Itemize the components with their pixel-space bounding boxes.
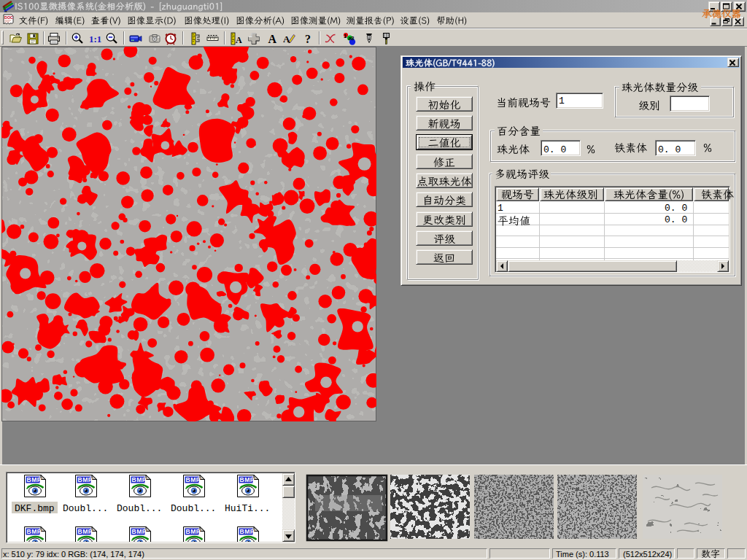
svg-text:1:1: 1:1 xyxy=(89,34,101,44)
svg-text:1: 1 xyxy=(344,33,347,39)
svg-text:BMP: BMP xyxy=(240,476,255,483)
svg-text:BMP: BMP xyxy=(78,528,93,535)
svg-text:A: A xyxy=(236,35,242,45)
svg-text:DOC: DOC xyxy=(4,15,13,20)
svg-text:A: A xyxy=(268,33,277,45)
svg-text:BMP: BMP xyxy=(78,476,93,483)
svg-text:BMP: BMP xyxy=(132,476,147,483)
svg-text:BMP: BMP xyxy=(186,476,201,483)
svg-text:BMP: BMP xyxy=(27,528,42,535)
svg-text:BMP: BMP xyxy=(240,528,255,535)
svg-text:BMP: BMP xyxy=(132,528,147,535)
svg-text:BMP: BMP xyxy=(186,528,201,535)
svg-text:3: 3 xyxy=(351,35,355,42)
svg-text:?: ? xyxy=(305,33,311,45)
svg-text:BMP: BMP xyxy=(27,476,42,483)
